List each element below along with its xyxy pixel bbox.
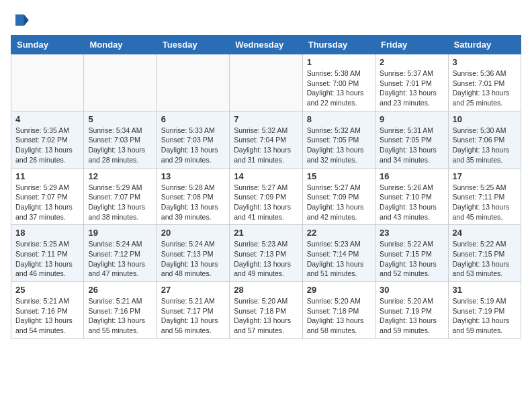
day-number: 19 <box>88 228 152 238</box>
calendar-cell: 15Sunrise: 5:27 AM Sunset: 7:09 PM Dayli… <box>302 168 375 225</box>
day-info: Sunrise: 5:26 AM Sunset: 7:10 PM Dayligh… <box>380 183 443 222</box>
day-info: Sunrise: 5:30 AM Sunset: 7:06 PM Dayligh… <box>453 126 517 165</box>
day-info: Sunrise: 5:23 AM Sunset: 7:14 PM Dayligh… <box>307 239 371 279</box>
calendar-cell <box>11 54 84 111</box>
day-number: 5 <box>88 114 152 124</box>
day-info: Sunrise: 5:38 AM Sunset: 7:00 PM Dayligh… <box>307 68 371 108</box>
day-info: Sunrise: 5:27 AM Sunset: 7:09 PM Dayligh… <box>307 183 371 222</box>
day-number: 27 <box>161 285 225 295</box>
header-sunday: Sunday <box>11 36 84 54</box>
day-info: Sunrise: 5:24 AM Sunset: 7:13 PM Dayligh… <box>161 239 225 279</box>
day-number: 11 <box>15 171 79 181</box>
day-number: 6 <box>161 114 225 124</box>
calendar-cell: 22Sunrise: 5:23 AM Sunset: 7:14 PM Dayli… <box>302 225 375 282</box>
calendar-cell: 8Sunrise: 5:32 AM Sunset: 7:05 PM Daylig… <box>302 111 375 168</box>
header-wednesday: Wednesday <box>230 36 302 54</box>
day-info: Sunrise: 5:21 AM Sunset: 7:16 PM Dayligh… <box>88 296 152 336</box>
calendar-table: SundayMondayTuesdayWednesdayThursdayFrid… <box>11 35 521 339</box>
day-number: 17 <box>453 171 517 181</box>
calendar-cell: 7Sunrise: 5:32 AM Sunset: 7:04 PM Daylig… <box>230 111 302 168</box>
logo <box>11 11 32 30</box>
day-number: 12 <box>88 171 152 181</box>
calendar-cell: 19Sunrise: 5:24 AM Sunset: 7:12 PM Dayli… <box>84 225 157 282</box>
day-number: 18 <box>15 228 79 238</box>
week-row-3: 11Sunrise: 5:29 AM Sunset: 7:07 PM Dayli… <box>11 168 521 225</box>
day-number: 26 <box>88 285 152 295</box>
calendar-cell <box>84 54 157 111</box>
calendar-cell: 26Sunrise: 5:21 AM Sunset: 7:16 PM Dayli… <box>84 282 157 339</box>
day-number: 14 <box>234 171 298 181</box>
calendar-cell: 24Sunrise: 5:22 AM Sunset: 7:15 PM Dayli… <box>448 225 521 282</box>
calendar-cell: 30Sunrise: 5:20 AM Sunset: 7:19 PM Dayli… <box>375 282 448 339</box>
calendar-cell: 5Sunrise: 5:34 AM Sunset: 7:03 PM Daylig… <box>84 111 157 168</box>
day-info: Sunrise: 5:28 AM Sunset: 7:08 PM Dayligh… <box>161 183 225 222</box>
day-number: 23 <box>380 228 443 238</box>
day-info: Sunrise: 5:20 AM Sunset: 7:18 PM Dayligh… <box>234 296 298 336</box>
day-number: 15 <box>307 171 371 181</box>
calendar-cell: 16Sunrise: 5:26 AM Sunset: 7:10 PM Dayli… <box>375 168 448 225</box>
calendar-cell: 31Sunrise: 5:19 AM Sunset: 7:19 PM Dayli… <box>448 282 521 339</box>
day-number: 16 <box>380 171 443 181</box>
day-number: 3 <box>453 57 517 67</box>
day-info: Sunrise: 5:22 AM Sunset: 7:15 PM Dayligh… <box>453 239 517 279</box>
day-info: Sunrise: 5:32 AM Sunset: 7:04 PM Dayligh… <box>234 126 298 165</box>
calendar-cell: 27Sunrise: 5:21 AM Sunset: 7:17 PM Dayli… <box>157 282 229 339</box>
day-number: 9 <box>380 114 443 124</box>
day-number: 2 <box>380 57 443 67</box>
day-info: Sunrise: 5:36 AM Sunset: 7:01 PM Dayligh… <box>453 68 517 108</box>
day-number: 31 <box>453 285 517 295</box>
day-number: 8 <box>307 114 371 124</box>
day-info: Sunrise: 5:25 AM Sunset: 7:11 PM Dayligh… <box>15 239 79 279</box>
day-info: Sunrise: 5:19 AM Sunset: 7:19 PM Dayligh… <box>453 296 517 336</box>
calendar-cell: 1Sunrise: 5:38 AM Sunset: 7:00 PM Daylig… <box>302 54 375 111</box>
header-thursday: Thursday <box>302 36 375 54</box>
calendar-cell: 14Sunrise: 5:27 AM Sunset: 7:09 PM Dayli… <box>230 168 302 225</box>
calendar-cell: 20Sunrise: 5:24 AM Sunset: 7:13 PM Dayli… <box>157 225 229 282</box>
day-number: 4 <box>15 114 79 124</box>
day-number: 21 <box>234 228 298 238</box>
calendar-cell: 28Sunrise: 5:20 AM Sunset: 7:18 PM Dayli… <box>230 282 302 339</box>
week-row-1: 1Sunrise: 5:38 AM Sunset: 7:00 PM Daylig… <box>11 54 521 111</box>
day-info: Sunrise: 5:29 AM Sunset: 7:07 PM Dayligh… <box>15 183 79 222</box>
calendar-header-row: SundayMondayTuesdayWednesdayThursdayFrid… <box>11 36 521 54</box>
day-number: 13 <box>161 171 225 181</box>
day-info: Sunrise: 5:24 AM Sunset: 7:12 PM Dayligh… <box>88 239 152 279</box>
calendar-cell <box>230 54 302 111</box>
day-info: Sunrise: 5:27 AM Sunset: 7:09 PM Dayligh… <box>234 183 298 222</box>
day-info: Sunrise: 5:20 AM Sunset: 7:18 PM Dayligh… <box>307 296 371 336</box>
day-info: Sunrise: 5:20 AM Sunset: 7:19 PM Dayligh… <box>380 296 443 336</box>
day-info: Sunrise: 5:21 AM Sunset: 7:16 PM Dayligh… <box>15 296 79 336</box>
calendar-cell: 4Sunrise: 5:35 AM Sunset: 7:02 PM Daylig… <box>11 111 84 168</box>
header-tuesday: Tuesday <box>157 36 229 54</box>
calendar-cell: 3Sunrise: 5:36 AM Sunset: 7:01 PM Daylig… <box>448 54 521 111</box>
day-info: Sunrise: 5:33 AM Sunset: 7:03 PM Dayligh… <box>161 126 225 165</box>
day-number: 30 <box>380 285 443 295</box>
calendar-cell: 9Sunrise: 5:31 AM Sunset: 7:05 PM Daylig… <box>375 111 448 168</box>
day-number: 1 <box>307 57 371 67</box>
calendar-cell: 6Sunrise: 5:33 AM Sunset: 7:03 PM Daylig… <box>157 111 229 168</box>
day-info: Sunrise: 5:34 AM Sunset: 7:03 PM Dayligh… <box>88 126 152 165</box>
day-number: 20 <box>161 228 225 238</box>
header-monday: Monday <box>84 36 157 54</box>
day-info: Sunrise: 5:22 AM Sunset: 7:15 PM Dayligh… <box>380 239 443 279</box>
calendar-cell: 11Sunrise: 5:29 AM Sunset: 7:07 PM Dayli… <box>11 168 84 225</box>
day-number: 28 <box>234 285 298 295</box>
day-info: Sunrise: 5:23 AM Sunset: 7:13 PM Dayligh… <box>234 239 298 279</box>
day-info: Sunrise: 5:37 AM Sunset: 7:01 PM Dayligh… <box>380 68 443 108</box>
page-header <box>11 11 521 30</box>
week-row-2: 4Sunrise: 5:35 AM Sunset: 7:02 PM Daylig… <box>11 111 521 168</box>
day-info: Sunrise: 5:32 AM Sunset: 7:05 PM Dayligh… <box>307 126 371 165</box>
calendar-cell: 21Sunrise: 5:23 AM Sunset: 7:13 PM Dayli… <box>230 225 302 282</box>
calendar-cell: 29Sunrise: 5:20 AM Sunset: 7:18 PM Dayli… <box>302 282 375 339</box>
logo-icon <box>11 11 30 30</box>
week-row-4: 18Sunrise: 5:25 AM Sunset: 7:11 PM Dayli… <box>11 225 521 282</box>
day-number: 22 <box>307 228 371 238</box>
day-number: 25 <box>15 285 79 295</box>
calendar-cell: 25Sunrise: 5:21 AM Sunset: 7:16 PM Dayli… <box>11 282 84 339</box>
calendar-cell: 23Sunrise: 5:22 AM Sunset: 7:15 PM Dayli… <box>375 225 448 282</box>
day-number: 24 <box>453 228 517 238</box>
day-number: 7 <box>234 114 298 124</box>
calendar-cell: 13Sunrise: 5:28 AM Sunset: 7:08 PM Dayli… <box>157 168 229 225</box>
calendar-cell: 10Sunrise: 5:30 AM Sunset: 7:06 PM Dayli… <box>448 111 521 168</box>
day-info: Sunrise: 5:21 AM Sunset: 7:17 PM Dayligh… <box>161 296 225 336</box>
